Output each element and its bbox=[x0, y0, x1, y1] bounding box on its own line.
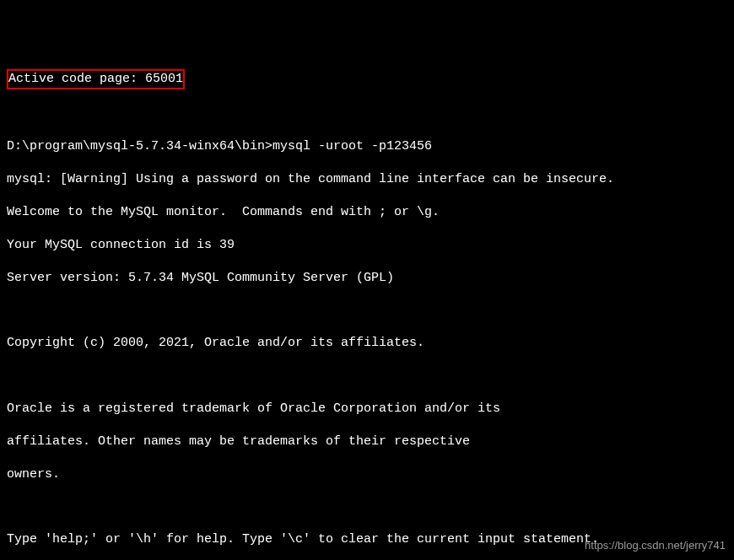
mysql-warning: mysql: [Warning] Using a password on the… bbox=[7, 171, 727, 188]
trademark-line-3: owners. bbox=[7, 466, 727, 483]
active-codepage-highlight: Active code page: 65001 bbox=[7, 69, 185, 89]
watermark: https://blog.csdn.net/jerry741 bbox=[585, 539, 726, 553]
trademark-line-1: Oracle is a registered trademark of Orac… bbox=[7, 401, 727, 417]
copyright: Copyright (c) 2000, 2021, Oracle and/or … bbox=[7, 335, 727, 352]
trademark-line-2: affiliates. Other names may be trademark… bbox=[7, 433, 727, 450]
welcome-msg: Welcome to the MySQL monitor. Commands e… bbox=[7, 204, 727, 221]
path-command: D:\program\mysql-5.7.34-winx64\bin>mysql… bbox=[7, 138, 727, 155]
server-version: Server version: 5.7.34 MySQL Community S… bbox=[7, 270, 727, 287]
connection-id: Your MySQL connection id is 39 bbox=[7, 237, 727, 254]
